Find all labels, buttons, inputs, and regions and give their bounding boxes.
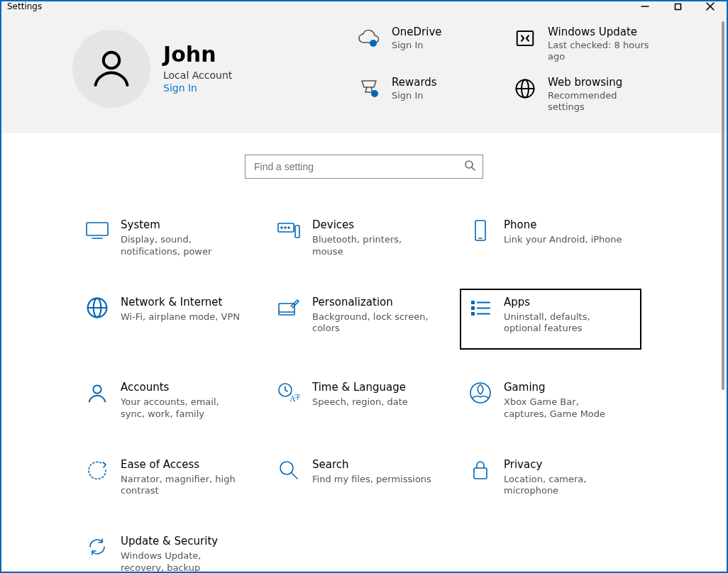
svg-line-39 — [292, 473, 297, 479]
apps-icon — [468, 296, 492, 320]
sign-in-link[interactable]: Sign In — [163, 82, 232, 94]
svg-rect-6 — [517, 31, 534, 45]
svg-rect-28 — [471, 306, 475, 310]
category-sub: Uninstall, defaults, optional features — [504, 311, 624, 335]
svg-point-18 — [285, 227, 286, 228]
rewards-icon — [356, 76, 382, 101]
svg-rect-29 — [471, 312, 475, 316]
network-icon — [85, 296, 109, 320]
phone-icon — [468, 218, 492, 243]
category-time-language[interactable]: A字 Time & Language Speech, region, date — [268, 374, 450, 427]
svg-point-17 — [281, 227, 282, 228]
window-title: Settings — [7, 1, 42, 11]
quick-rewards[interactable]: Rewards Sign In — [356, 76, 505, 112]
category-update-security[interactable]: Update & Security Windows Update, recove… — [77, 528, 258, 573]
category-devices[interactable]: Devices Bluetooth, printers, mouse — [268, 211, 450, 265]
search-row — [1, 133, 727, 190]
update-security-icon — [85, 535, 109, 559]
svg-rect-16 — [295, 226, 299, 238]
globe-icon — [512, 76, 538, 101]
window-controls — [629, 1, 727, 11]
svg-rect-13 — [87, 223, 108, 235]
category-ease-of-access[interactable]: Ease of Access Narrator, magnifier, high… — [77, 451, 258, 504]
account-type: Local Account — [163, 69, 232, 81]
svg-point-5 — [370, 40, 377, 47]
system-icon — [85, 218, 109, 243]
category-title: Search — [312, 458, 431, 471]
time-language-icon: A字 — [277, 381, 301, 405]
scrollbar[interactable] — [721, 21, 725, 570]
ease-of-access-icon — [85, 458, 109, 482]
cloud-icon — [356, 26, 382, 51]
category-title: Network & Internet — [121, 296, 240, 308]
search-input[interactable] — [253, 160, 464, 173]
category-title: Devices — [312, 218, 433, 231]
search-icon — [464, 160, 475, 174]
user-icon — [90, 46, 133, 91]
category-title: Ease of Access — [121, 458, 241, 471]
quick-title: OneDrive — [392, 26, 442, 38]
gaming-icon — [468, 381, 492, 405]
quick-title: Windows Update — [548, 26, 654, 38]
close-button[interactable] — [694, 1, 727, 11]
scrollbar-thumb[interactable] — [722, 21, 724, 390]
personalization-icon — [277, 296, 301, 320]
category-title: Personalization — [312, 296, 433, 308]
quick-sub: Sign In — [392, 90, 437, 101]
category-sub: Windows Update, recovery, backup — [121, 550, 241, 573]
user-block[interactable]: John Local Account Sign In — [72, 26, 342, 112]
search-category-icon — [277, 458, 301, 482]
titlebar: Settings — [1, 1, 727, 11]
category-sub: Display, sound, notifications, power — [121, 234, 241, 257]
category-sub: Your accounts, email, sync, work, family — [121, 396, 241, 420]
category-gaming[interactable]: Gaming Xbox Game Bar, captures, Game Mod… — [460, 374, 641, 427]
settings-window: Settings John Local Account Sign — [0, 0, 728, 573]
minimize-button[interactable] — [629, 1, 661, 11]
category-sub: Link your Android, iPhone — [504, 234, 622, 245]
category-title: Privacy — [504, 458, 624, 471]
svg-rect-1 — [675, 4, 680, 9]
quick-title: Rewards — [392, 76, 437, 89]
user-name: John — [163, 44, 232, 65]
update-icon — [512, 26, 538, 51]
quick-web-browsing[interactable]: Web browsing Recommended settings — [512, 76, 661, 112]
category-privacy[interactable]: Privacy Location, camera, microphone — [460, 451, 641, 504]
svg-point-37 — [470, 383, 490, 403]
quick-sub: Sign In — [392, 40, 442, 51]
category-sub: Wi-Fi, airplane mode, VPN — [121, 311, 240, 323]
quick-links: OneDrive Sign In Windows Update Last che… — [356, 26, 661, 112]
svg-point-38 — [280, 462, 293, 474]
svg-rect-27 — [471, 301, 475, 304]
category-search[interactable]: Search Find my files, permissions — [268, 451, 450, 504]
svg-point-7 — [371, 90, 378, 97]
avatar — [72, 30, 150, 108]
svg-rect-20 — [475, 221, 485, 240]
category-network[interactable]: Network & Internet Wi-Fi, airplane mode,… — [77, 289, 258, 350]
category-apps[interactable]: Apps Uninstall, defaults, optional featu… — [460, 289, 641, 350]
category-title: Time & Language — [312, 381, 408, 394]
category-title: Accounts — [121, 381, 241, 394]
quick-windows-update[interactable]: Windows Update Last checked: 8 hours ago — [512, 26, 661, 62]
category-sub: Xbox Game Bar, captures, Game Mode — [504, 396, 624, 420]
search-box[interactable] — [245, 155, 483, 179]
category-sub: Background, lock screen, colors — [312, 311, 433, 335]
categories-grid: System Display, sound, notifications, po… — [1, 190, 727, 573]
quick-title: Web browsing — [548, 76, 654, 89]
quick-onedrive[interactable]: OneDrive Sign In — [356, 26, 505, 62]
category-personalization[interactable]: Personalization Background, lock screen,… — [268, 289, 450, 350]
svg-point-33 — [93, 386, 101, 394]
svg-rect-40 — [474, 468, 487, 479]
category-title: Phone — [504, 218, 622, 231]
maximize-button[interactable] — [661, 1, 694, 11]
category-sub: Location, camera, microphone — [504, 474, 624, 497]
category-sub: Speech, region, date — [312, 396, 408, 408]
svg-text:字: 字 — [294, 394, 300, 401]
devices-icon — [277, 218, 301, 243]
privacy-icon — [468, 458, 492, 482]
category-accounts[interactable]: Accounts Your accounts, email, sync, wor… — [77, 374, 258, 427]
category-title: System — [121, 218, 241, 231]
svg-point-19 — [288, 227, 289, 228]
account-header: John Local Account Sign In OneDrive Sign… — [1, 11, 727, 133]
category-system[interactable]: System Display, sound, notifications, po… — [77, 211, 258, 265]
category-phone[interactable]: Phone Link your Android, iPhone — [460, 211, 641, 265]
